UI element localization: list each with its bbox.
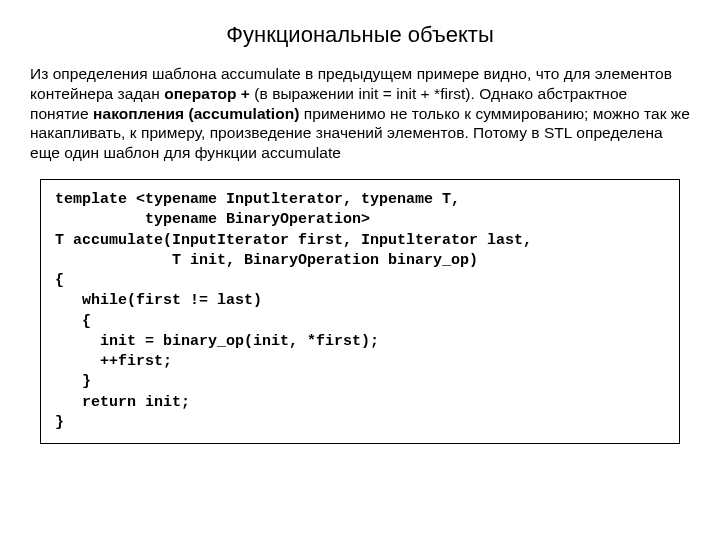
intro-paragraph: Из определения шаблона accumulate в пред…	[30, 64, 690, 163]
page-title: Функциональные объекты	[70, 22, 650, 48]
code-block-container: template <typename Inputlterator, typena…	[40, 179, 680, 444]
code-block: template <typename Inputlterator, typena…	[55, 190, 665, 433]
